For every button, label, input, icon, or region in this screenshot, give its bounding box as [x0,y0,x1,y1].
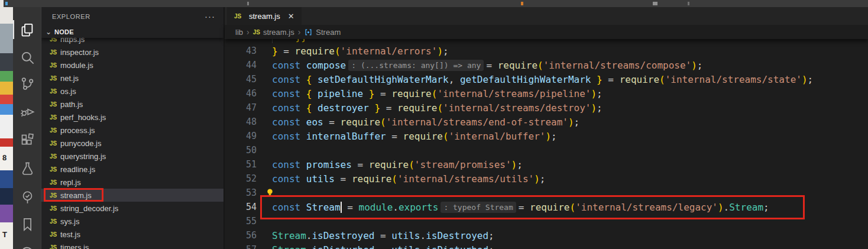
wallpaper-segment [0,7,13,24]
code-line-50[interactable]: 50 [225,143,868,157]
js-file-icon: JS [50,192,60,199]
sidebar-item-path-js[interactable]: JSpath.js [41,98,224,111]
file-name: process.js [60,126,95,135]
sidebar-item-inspector-js[interactable]: JSinspector.js [41,46,224,59]
code-line-47[interactable]: 47const { destroyer } = require('interna… [225,101,868,115]
sidebar-item-string_decoder-js[interactable]: JSstring_decoder.js [41,202,224,215]
sidebar-item-os-js[interactable]: JSos.js [41,85,224,98]
code-line-56[interactable]: 56Stream.isDestroyed = utils.isDestroyed… [225,228,868,242]
js-file-icon: JS [50,231,60,238]
sidebar-item-net-js[interactable]: JSnet.js [41,72,224,85]
code-token: require [397,102,437,114]
tab-label: stream.js [249,12,280,21]
line-number: 50 [225,145,257,156]
breadcrumb-item-lib[interactable]: lib [235,28,243,37]
file-name: stream.js [60,191,92,200]
js-file-icon: JS [50,75,60,82]
desktop-wallpaper-strip: 8T [0,7,13,249]
line-number: 49 [225,131,257,141]
sidebar-item-punycode-js[interactable]: JSpunycode.js [41,137,224,150]
sidebar-item-repl-js[interactable]: JSrepl.js [41,176,224,189]
file-name: os.js [60,87,76,96]
code-token: ) [511,159,517,170]
code-line-51[interactable]: 51const promises = require('stream/promi… [225,157,868,172]
code-token: internalBuffer [306,131,386,142]
js-file-icon: JS [50,49,60,56]
js-file-icon: JS [50,153,60,160]
extensions-icon[interactable] [13,127,41,153]
line-number: 44 [225,60,257,70]
symbol-class-icon [304,28,313,37]
code-line-48[interactable]: 48const eos = require('internal/streams/… [225,115,868,129]
file-list: JShttps.jsJSinspector.jsJSmodule.jsJSnet… [41,38,224,249]
sidebar-item-timers-js[interactable]: JStimers.js [41,241,224,249]
code-token: isDisturbed [312,244,374,249]
code-text: const { destroyer } = require('internal/… [257,102,603,114]
sidebar-item-querystring-js[interactable]: JSquerystring.js [41,150,224,163]
code-token: require [369,159,409,170]
code-token: ) [568,117,574,128]
sidebar-item-process-js[interactable]: JSprocess.js [41,124,224,137]
wallpaper-segment [0,82,13,95]
code-line-52[interactable]: 52const utils = require('internal/stream… [225,172,868,186]
code-token: = [386,131,403,142]
code-token: = [374,230,391,241]
sidebar-item-perf_hooks-js[interactable]: JSperf_hooks.js [41,111,224,124]
code-line-57[interactable]: 57Stream.isDisturbed = utils.isDisturbed… [225,242,868,249]
code-token: ) [802,74,808,85]
sidebar-item-module-js[interactable]: JSmodule.js [41,59,224,72]
lightbulb-icon[interactable] [265,187,275,198]
code-line-54[interactable]: 54const Stream = module.exports: typeof … [225,200,868,214]
circle-icon[interactable] [13,238,41,249]
code-line-49[interactable]: 49const internalBuffer = require('intern… [225,129,868,143]
js-file-icon: JS [50,166,60,173]
line-number: 53 [225,187,257,198]
code-token: . [393,202,399,213]
explorer-icon[interactable] [13,17,41,43]
sidebar-item-sys-js[interactable]: JSsys.js [41,215,224,228]
line-number: 57 [225,244,257,249]
code-line-55[interactable]: 55 [225,214,868,228]
code-token: 'stream/promises' [414,159,511,170]
tab-stream-js[interactable]: JS stream.js ✕ [227,7,302,25]
code-token: } [591,74,602,85]
sidebar-item-readline-js[interactable]: JSreadline.js [41,163,224,176]
bookmarks-icon[interactable] [13,211,41,237]
code-line-45[interactable]: 45const { setDefaultHighWaterMark, getDe… [225,72,868,86]
more-actions-icon[interactable]: ··· [205,14,215,20]
code-token: } [363,88,374,99]
code-text: const internalBuffer = require('internal… [257,131,557,142]
code-token: = [335,173,352,185]
line-number: 48 [225,117,257,127]
code-token: ) [718,202,724,213]
code-line-44[interactable]: 44const compose: (...streams: any[]) => … [225,58,868,72]
testing-icon[interactable] [13,156,41,182]
code-token: 'internal/buffer' [449,131,546,142]
code-area[interactable]: }}43} = require('internal/errors');44con… [225,30,868,249]
wallpaper-segment [0,205,13,222]
code-token: = [323,117,341,128]
code-token: ) [591,102,597,114]
code-line-43[interactable]: 43} = require('internal/errors'); [225,44,868,58]
code-token: ( [432,88,438,99]
breadcrumb-label: lib [235,28,243,37]
sidebar-item-test-js[interactable]: JStest.js [41,228,224,241]
code-line-46[interactable]: 46const { pipeline } = require('internal… [225,86,868,101]
code-token: = [519,202,530,213]
breadcrumb-item-stream-js[interactable]: JSstream.js [253,28,294,37]
folder-section-node[interactable]: ⌄ NODE [41,26,224,38]
source-control-icon[interactable] [13,70,41,96]
run-debug-icon[interactable] [13,98,41,124]
search-icon[interactable] [13,44,41,70]
file-name: repl.js [60,178,81,187]
js-file-icon: JS [50,114,60,121]
close-icon[interactable]: ✕ [288,12,294,21]
inline-type-hint: : typeof Stream [441,202,516,213]
sidebar-item-stream-js[interactable]: JSstream.js [41,189,224,202]
breadcrumb-item-stream[interactable]: Stream [304,28,341,37]
code-token: ( [443,131,449,142]
code-token: isDestroyed [312,230,374,241]
todo-tree-icon[interactable] [13,184,41,210]
code-token: setDefaultHighWaterMark [318,74,449,85]
code-line-53[interactable]: 53 [225,186,868,200]
